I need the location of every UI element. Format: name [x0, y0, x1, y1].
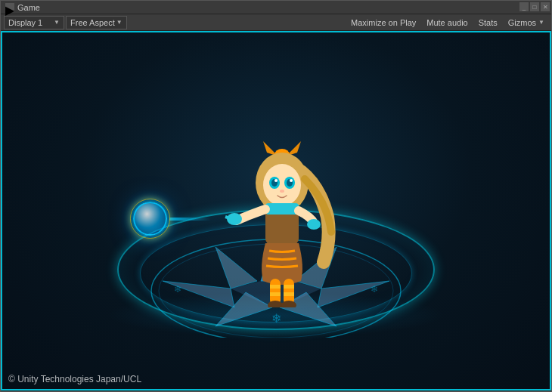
- copyright-text: © Unity Technologies Japan/UCL: [8, 374, 141, 384]
- window-title: Game: [17, 3, 40, 12]
- minimize-button[interactable]: _: [519, 2, 529, 11]
- aspect-dropdown[interactable]: Free Aspect ▼: [66, 16, 127, 29]
- magic-orb: [133, 202, 167, 236]
- title-bar: ▶ Game _ □ ✕: [1, 1, 551, 14]
- window-frame: ▶ Game _ □ ✕ Display 1 ▼ Free Aspect ▼ M…: [0, 0, 552, 392]
- svg-point-39: [268, 301, 283, 307]
- gizmos-button[interactable]: Gizmos ▼: [504, 17, 548, 29]
- display-label: Display 1: [8, 18, 42, 27]
- svg-rect-35: [270, 285, 281, 289]
- aspect-label: Free Aspect: [70, 18, 115, 27]
- character: [222, 141, 343, 307]
- mute-audio-button[interactable]: Mute audio: [423, 17, 471, 29]
- svg-text:❄: ❄: [371, 284, 378, 295]
- svg-point-24: [274, 179, 278, 182]
- svg-point-25: [290, 179, 293, 182]
- orb-ring: [130, 199, 170, 239]
- display-chevron: ▼: [54, 19, 60, 26]
- stats-button[interactable]: Stats: [475, 17, 501, 29]
- maximize-button[interactable]: □: [530, 2, 539, 11]
- close-button[interactable]: ✕: [541, 2, 550, 11]
- svg-point-32: [307, 219, 321, 230]
- svg-rect-38: [284, 292, 294, 296]
- display-dropdown[interactable]: Display 1 ▼: [4, 16, 64, 29]
- svg-point-40: [281, 301, 296, 307]
- svg-rect-37: [270, 292, 281, 296]
- svg-point-19: [263, 164, 301, 206]
- window-icon: ▶: [5, 3, 14, 12]
- game-scene: ❄ ❄ ❄: [1, 31, 551, 390]
- svg-text:❄: ❄: [174, 284, 181, 295]
- toolbar-right: Maximize on Play Mute audio Stats Gizmos…: [347, 17, 548, 29]
- svg-text:❄: ❄: [271, 312, 281, 325]
- svg-point-26: [280, 190, 284, 193]
- svg-rect-28: [265, 203, 299, 215]
- maximize-on-play-button[interactable]: Maximize on Play: [347, 17, 420, 29]
- game-viewport-wrapper: ❄ ❄ ❄: [1, 31, 551, 390]
- svg-rect-36: [284, 285, 294, 289]
- toolbar: Display 1 ▼ Free Aspect ▼ Maximize on Pl…: [1, 14, 551, 31]
- aspect-chevron: ▼: [116, 19, 122, 26]
- window-controls[interactable]: _ □ ✕: [519, 2, 550, 11]
- svg-point-31: [227, 213, 242, 225]
- gizmos-chevron: ▼: [538, 19, 544, 26]
